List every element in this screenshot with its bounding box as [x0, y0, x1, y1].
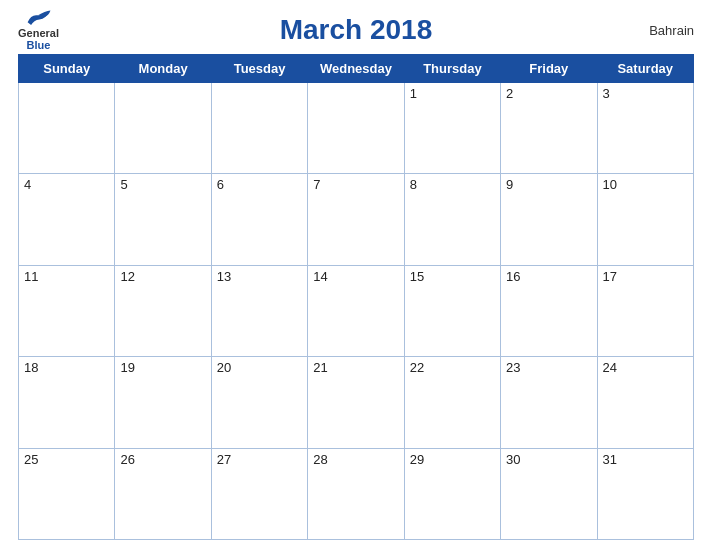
day-number: 22 [410, 360, 424, 375]
calendar-cell: 15 [404, 265, 500, 356]
day-number: 19 [120, 360, 134, 375]
calendar-cell: 21 [308, 357, 404, 448]
day-number: 27 [217, 452, 231, 467]
day-number: 25 [24, 452, 38, 467]
day-number: 17 [603, 269, 617, 284]
table-row: 25262728293031 [19, 448, 694, 539]
header-monday: Monday [115, 55, 211, 83]
day-number: 28 [313, 452, 327, 467]
day-number: 11 [24, 269, 38, 284]
calendar-cell [308, 83, 404, 174]
header-thursday: Thursday [404, 55, 500, 83]
calendar-cell: 6 [211, 174, 307, 265]
day-number: 14 [313, 269, 327, 284]
day-number: 5 [120, 177, 127, 192]
day-number: 9 [506, 177, 513, 192]
calendar-cell: 16 [501, 265, 597, 356]
calendar-cell: 23 [501, 357, 597, 448]
calendar-header: General Blue March 2018 Bahrain [18, 10, 694, 50]
day-number: 13 [217, 269, 231, 284]
calendar-table: Sunday Monday Tuesday Wednesday Thursday… [18, 54, 694, 540]
calendar-cell: 1 [404, 83, 500, 174]
page-title: March 2018 [280, 14, 433, 46]
day-number: 16 [506, 269, 520, 284]
calendar-cell: 31 [597, 448, 693, 539]
calendar-cell: 13 [211, 265, 307, 356]
calendar-cell: 14 [308, 265, 404, 356]
table-row: 45678910 [19, 174, 694, 265]
calendar-cell: 3 [597, 83, 693, 174]
calendar-cell: 5 [115, 174, 211, 265]
day-number: 31 [603, 452, 617, 467]
header-tuesday: Tuesday [211, 55, 307, 83]
day-number: 20 [217, 360, 231, 375]
calendar-cell: 8 [404, 174, 500, 265]
header-saturday: Saturday [597, 55, 693, 83]
calendar-cell: 12 [115, 265, 211, 356]
day-number: 3 [603, 86, 610, 101]
calendar-cell: 30 [501, 448, 597, 539]
calendar-cell: 2 [501, 83, 597, 174]
logo-blue-text: Blue [27, 40, 51, 52]
calendar-cell: 25 [19, 448, 115, 539]
day-number: 30 [506, 452, 520, 467]
day-number: 21 [313, 360, 327, 375]
day-number: 15 [410, 269, 424, 284]
calendar-cell: 22 [404, 357, 500, 448]
day-number: 23 [506, 360, 520, 375]
calendar-cell: 24 [597, 357, 693, 448]
calendar-cell: 17 [597, 265, 693, 356]
calendar-cell: 20 [211, 357, 307, 448]
day-number: 26 [120, 452, 134, 467]
logo-general-text: General [18, 27, 59, 39]
calendar-cell: 18 [19, 357, 115, 448]
logo-bird-icon [24, 8, 52, 26]
calendar-cell: 4 [19, 174, 115, 265]
header-sunday: Sunday [19, 55, 115, 83]
calendar-cell: 19 [115, 357, 211, 448]
country-label: Bahrain [649, 23, 694, 38]
header-friday: Friday [501, 55, 597, 83]
day-number: 18 [24, 360, 38, 375]
table-row: 18192021222324 [19, 357, 694, 448]
calendar-cell: 29 [404, 448, 500, 539]
day-number: 12 [120, 269, 134, 284]
calendar-cell [211, 83, 307, 174]
day-number: 2 [506, 86, 513, 101]
header-wednesday: Wednesday [308, 55, 404, 83]
table-row: 123 [19, 83, 694, 174]
day-number: 29 [410, 452, 424, 467]
day-number: 8 [410, 177, 417, 192]
day-number: 7 [313, 177, 320, 192]
calendar-cell: 10 [597, 174, 693, 265]
calendar-cell: 11 [19, 265, 115, 356]
day-number: 6 [217, 177, 224, 192]
days-header-row: Sunday Monday Tuesday Wednesday Thursday… [19, 55, 694, 83]
calendar-cell [115, 83, 211, 174]
calendar-cell [19, 83, 115, 174]
day-number: 10 [603, 177, 617, 192]
table-row: 11121314151617 [19, 265, 694, 356]
calendar-cell: 27 [211, 448, 307, 539]
calendar-cell: 28 [308, 448, 404, 539]
calendar-cell: 9 [501, 174, 597, 265]
day-number: 1 [410, 86, 417, 101]
logo: General Blue [18, 8, 59, 51]
calendar-cell: 7 [308, 174, 404, 265]
day-number: 4 [24, 177, 31, 192]
calendar-cell: 26 [115, 448, 211, 539]
day-number: 24 [603, 360, 617, 375]
